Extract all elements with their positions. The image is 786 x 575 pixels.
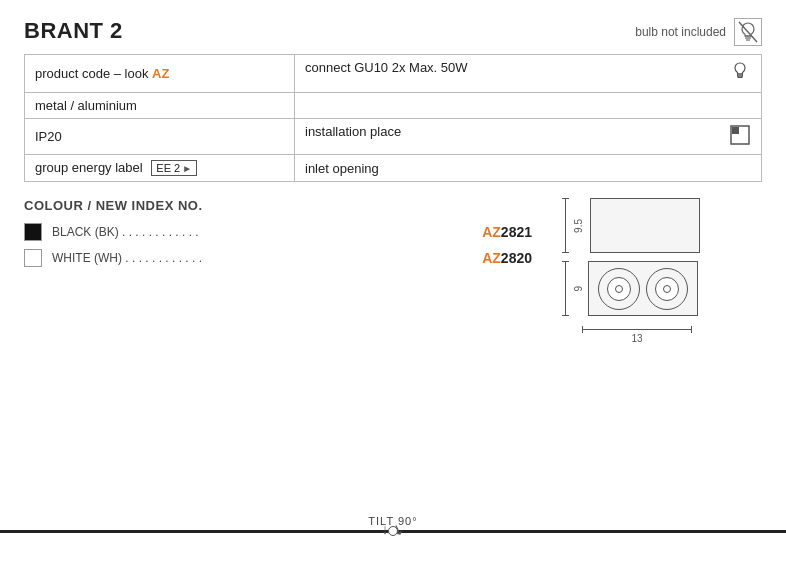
circle-dot-right	[663, 285, 671, 293]
bulb-note-container: bulb not included	[635, 18, 762, 46]
specs-table: product code – look AZ connect GU10 2x M…	[24, 54, 762, 182]
colour-item-white: WHITE (WH) . . . . . . . . . . . . AZ282…	[24, 249, 532, 267]
black-code-az: AZ	[482, 224, 501, 240]
white-swatch	[24, 249, 42, 267]
energy-badge-text: EE 2	[156, 162, 180, 174]
inlet-opening-text: inlet opening	[305, 161, 379, 176]
colour-diagram-section: COLOUR / NEW INDEX NO. BLACK (BK) . . . …	[24, 198, 762, 344]
spec-left-2: metal / aluminium	[25, 93, 295, 119]
bulb-not-included-icon	[734, 18, 762, 46]
spec-row-2: metal / aluminium	[25, 93, 762, 119]
spec-left-4: group energy label EE 2 ►	[25, 155, 295, 182]
colour-left: COLOUR / NEW INDEX NO. BLACK (BK) . . . …	[24, 198, 532, 275]
black-label: BLACK (BK) . . . . . . . . . . . .	[52, 225, 472, 239]
black-code: AZ2821	[482, 224, 532, 240]
circle-diagram	[588, 261, 698, 316]
colour-item-black: BLACK (BK) . . . . . . . . . . . . AZ282…	[24, 223, 532, 241]
bulb-note-text: bulb not included	[635, 25, 726, 39]
material-spec: metal / aluminium	[35, 98, 137, 113]
az-highlight: AZ	[152, 66, 169, 81]
white-code-az: AZ	[482, 250, 501, 266]
rect-diagram	[590, 198, 700, 253]
circle-outer-right	[646, 268, 688, 310]
arrow-right: ↘	[390, 519, 407, 538]
product-code-label: product code – look	[35, 66, 152, 81]
energy-label-text: group energy label	[35, 160, 143, 175]
svg-rect-7	[732, 127, 739, 134]
spec-row-1: product code – look AZ connect GU10 2x M…	[25, 55, 762, 93]
circle-inner-left	[607, 277, 631, 301]
bottom-dim-side-label: 9	[573, 286, 584, 292]
spec-left-3: IP20	[25, 119, 295, 155]
white-code-number: 2820	[501, 250, 532, 266]
svg-line-3	[739, 22, 757, 42]
svg-rect-5	[738, 76, 742, 78]
top-diagram-row: 9.5	[562, 198, 762, 253]
installation-place-text: installation place	[305, 124, 401, 139]
installation-icon	[729, 124, 751, 149]
white-code: AZ2820	[482, 250, 532, 266]
gu10-icon	[729, 60, 751, 87]
page: BRANT 2 bulb not included product code –…	[0, 0, 786, 344]
circle-outer-left	[598, 268, 640, 310]
spec-row-3: IP20 installation place	[25, 119, 762, 155]
circle-dot-left	[615, 285, 623, 293]
top-diagram-box	[590, 198, 700, 253]
circle-inner-right	[655, 277, 679, 301]
bottom-diagram-row: 9	[562, 261, 762, 344]
spec-right-3: installation place	[295, 119, 762, 155]
connect-spec: connect GU10 2x Max. 50W	[305, 60, 468, 75]
spec-row-4: group energy label EE 2 ► inlet opening	[25, 155, 762, 182]
arrow-left: ↓	[382, 521, 389, 537]
colour-section-title: COLOUR / NEW INDEX NO.	[24, 198, 532, 213]
spec-right-4: inlet opening	[295, 155, 762, 182]
spec-right-1: connect GU10 2x Max. 50W	[295, 55, 762, 93]
tilt-arrows: ↓ ↘	[382, 521, 405, 537]
energy-badge: EE 2 ►	[151, 160, 197, 176]
white-label: WHITE (WH) . . . . . . . . . . . .	[52, 251, 472, 265]
diagram-section: 9.5 9	[562, 198, 762, 344]
ip-rating: IP20	[35, 129, 62, 144]
black-code-number: 2821	[501, 224, 532, 240]
black-swatch	[24, 223, 42, 241]
spec-right-2	[295, 93, 762, 119]
tilt-section: TILT 90° ↓ ↘	[0, 515, 786, 575]
energy-badge-arrow: ►	[182, 163, 192, 174]
top-dim-side-label: 9.5	[573, 219, 584, 233]
spec-left-1: product code – look AZ	[25, 55, 295, 93]
bottom-dim-width-label: 13	[631, 333, 642, 344]
